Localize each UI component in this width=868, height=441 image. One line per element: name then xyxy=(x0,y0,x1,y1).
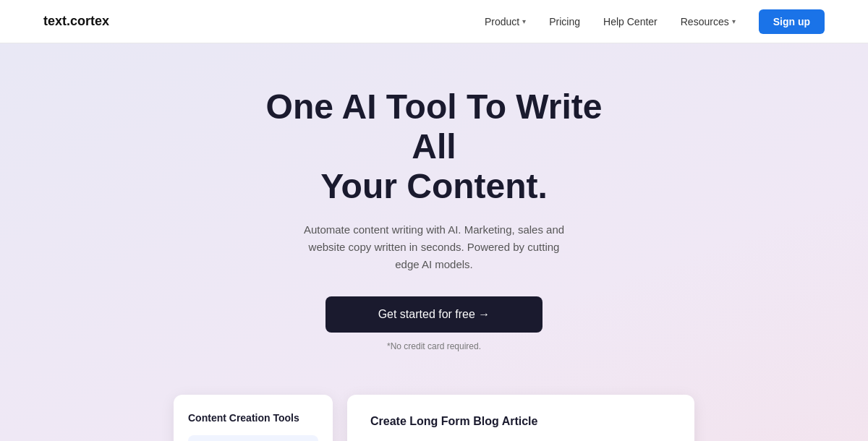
signup-button[interactable]: Sign up xyxy=(759,9,825,34)
tool-blog-article[interactable]: ✦ Blog Article xyxy=(188,435,318,441)
chevron-down-icon: ▾ xyxy=(732,17,736,25)
create-panel: Create Long Form Blog Article Blog title… xyxy=(347,395,694,441)
create-panel-title: Create Long Form Blog Article xyxy=(370,415,671,428)
hero-section: One AI Tool To Write All Your Content. A… xyxy=(0,43,868,380)
navbar: text.cortex Product ▾ Pricing Help Cente… xyxy=(0,0,868,43)
demo-section: Content Creation Tools ✦ Blog Article ⊞ … xyxy=(0,380,868,441)
nav-links: Product ▾ Pricing Help Center Resources … xyxy=(485,9,825,34)
tools-panel-title: Content Creation Tools xyxy=(188,412,318,424)
nav-product[interactable]: Product ▾ xyxy=(485,16,526,27)
hero-subtext: Automate content writing with AI. Market… xyxy=(297,221,571,273)
logo: text.cortex xyxy=(43,14,109,29)
hero-headline: One AI Tool To Write All Your Content. xyxy=(253,87,615,207)
nav-resources[interactable]: Resources ▾ xyxy=(681,16,736,27)
chevron-down-icon: ▾ xyxy=(522,17,526,25)
no-credit-card-label: *No credit card required. xyxy=(14,341,854,351)
nav-help-center[interactable]: Help Center xyxy=(603,16,658,27)
nav-pricing[interactable]: Pricing xyxy=(549,16,580,27)
tools-panel: Content Creation Tools ✦ Blog Article ⊞ … xyxy=(174,395,333,441)
cta-button[interactable]: Get started for free → xyxy=(326,296,542,333)
